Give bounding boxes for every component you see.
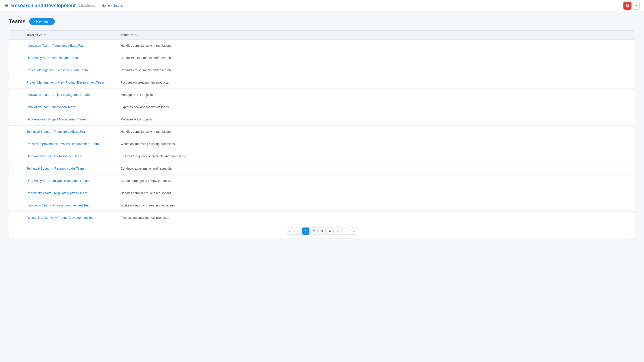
col-header-team-name: TEAM NAME ▿ [23,31,117,39]
row-actions-cell: ⋮ [9,212,23,224]
col-header-actions [9,31,23,39]
pagination-last[interactable]: »| [350,228,358,235]
row-description-text: Works on improving existing processes. [120,142,176,146]
row-description-cell: Explores new and innovative ideas. [117,101,635,113]
team-name-link[interactable]: Project Management - Research Labs Team [26,68,88,72]
row-actions-cell: ⋮ [9,175,23,187]
row-menu-button[interactable]: ⋮ [13,129,20,134]
team-name-link[interactable]: Innovation Team - Project Management Tea… [26,93,90,96]
row-actions-cell: ⋮ [9,39,23,52]
row-menu-button[interactable]: ⋮ [13,166,20,171]
row-team-name-cell: Technical Support - Regulatory Affairs T… [23,126,117,138]
row-actions-cell: ⋮ [9,76,23,89]
team-name-link[interactable]: Data Analysis - Project Management Team [26,117,86,121]
table-row: ⋮ Innovation Team - Project Management T… [9,89,635,101]
row-menu-button[interactable]: ⋮ [13,79,20,85]
table-row: ⋮ Project Management - New Product Devel… [9,76,635,89]
navbar: ☰ Research and Development OfficeSeries … [0,0,644,11]
filter-icon[interactable]: ▿ [44,33,46,37]
pagination-prev[interactable]: ‹ [294,228,302,235]
row-menu-button[interactable]: ⋮ [13,215,20,221]
row-description-cell: Works on improving existing processes. [117,138,635,150]
team-name-link[interactable]: Project Management - New Product Develop… [26,81,104,84]
app-subtitle: OfficeSeries [78,4,95,7]
pagination-next[interactable]: › [342,228,350,235]
row-description-text: Conducts experiments and research. [120,68,172,72]
row-actions-cell: ⋮ [9,52,23,64]
row-team-name-cell: Process Improvement - Process Improvemen… [23,138,117,150]
table-row: ⋮ Research Labs - New Product Developmen… [9,212,635,224]
table-row: ⋮ Data Analysis - Research Labs Team Con… [9,52,635,64]
col-header-description: DESCRIPTION [117,31,635,39]
row-menu-button[interactable]: ⋮ [13,178,20,184]
notification-button[interactable] [624,1,632,9]
table-row: ⋮ Data Analysis - Quality Assurance Team… [9,150,635,162]
page-title: Teams [9,18,26,24]
row-description-text: Creates prototypes of new products. [120,179,171,183]
table-body: ⋮ Innovation Team - Regulatory Affairs T… [9,39,635,224]
team-name-link[interactable]: Technical Support - Research Labs Team [26,167,84,170]
row-team-name-cell: Data Analysis - Research Labs Team [23,52,117,64]
team-name-link[interactable]: Regulatory Affairs - Regulatory Affairs … [26,191,87,195]
user-dropdown-button[interactable]: ▼ [633,1,640,9]
row-team-name-cell: Innovation Team - Regulatory Affairs Tea… [23,39,117,52]
row-description-cell: Conducts experiments and research. [117,52,635,64]
row-description-text: Manages R&D projects. [120,117,154,121]
row-team-name-cell: Regulatory Affairs - Regulatory Affairs … [23,187,117,199]
row-menu-button[interactable]: ⋮ [13,153,20,159]
row-description-cell: Handles compliance with regulations. [117,39,635,52]
team-name-link[interactable]: Data Analysis - Research Labs Team [26,56,78,60]
row-description-text: Focuses on creating new products. [120,81,169,84]
pagination-first[interactable]: « [286,228,294,235]
team-name-link[interactable]: Data Analysis - Prototype Development Te… [26,179,90,183]
team-name-link[interactable]: Research Labs - New Product Development … [26,216,96,219]
team-name-link[interactable]: Data Analysis - Quality Assurance Team [26,154,82,158]
row-menu-button[interactable]: ⋮ [13,104,20,110]
row-menu-button[interactable]: ⋮ [13,67,20,73]
row-actions-cell: ⋮ [9,162,23,175]
pagination: « ‹ 1 2 3 4 5 › »| [9,224,635,238]
row-description-text: Manages R&D projects. [120,93,154,96]
pagination-page-3[interactable]: 3 [318,228,326,235]
breadcrumb-current: Teams [114,4,123,7]
row-menu-button[interactable]: ⋮ [13,43,20,48]
page-header: Teams + New team [9,18,635,25]
row-actions-cell: ⋮ [9,101,23,113]
row-team-name-cell: Innovation Team - Project Management Tea… [23,89,117,101]
row-team-name-cell: Data Analysis - Quality Assurance Team [23,150,117,162]
row-description-cell: Manages R&D projects. [117,113,635,126]
row-menu-button[interactable]: ⋮ [13,190,20,196]
row-description-cell: Creates prototypes of new products. [117,175,635,187]
row-menu-button[interactable]: ⋮ [13,141,20,147]
row-actions-cell: ⋮ [9,89,23,101]
table-row: ⋮ Regulatory Affairs - Regulatory Affair… [9,187,635,199]
row-description-text: Explores new and innovative ideas. [120,105,170,109]
breadcrumb-home[interactable]: Home [102,4,110,7]
row-actions-cell: ⋮ [9,199,23,212]
table-row: ⋮ Technical Support - Regulatory Affairs… [9,126,635,138]
pagination-page-1[interactable]: 1 [302,228,310,235]
row-menu-button[interactable]: ⋮ [13,116,20,122]
row-description-cell: Manages R&D projects. [117,89,635,101]
row-description-cell: Focuses on creating new products. [117,76,635,89]
row-team-name-cell: Innovation Team - Innovation Team [23,101,117,113]
row-menu-button[interactable]: ⋮ [13,55,20,61]
row-team-name-cell: Innovation Team - Process Improvement Te… [23,199,117,212]
pagination-page-5[interactable]: 5 [334,228,342,235]
pagination-page-4[interactable]: 4 [326,228,334,235]
team-name-link[interactable]: Process Improvement - Process Improvemen… [26,142,99,146]
new-team-button[interactable]: + New team [29,18,55,25]
row-actions-cell: ⋮ [9,126,23,138]
table-row: ⋮ Innovation Team - Innovation Team Expl… [9,101,635,113]
row-description-text: Ensures the quality of products and proc… [120,154,186,158]
row-menu-button[interactable]: ⋮ [13,202,20,208]
team-name-link[interactable]: Innovation Team - Innovation Team [26,105,75,109]
row-menu-button[interactable]: ⋮ [13,92,20,98]
team-name-link[interactable]: Innovation Team - Process Improvement Te… [26,204,91,207]
row-description-text: Handles compliance with regulations. [120,44,172,47]
team-name-link[interactable]: Technical Support - Regulatory Affairs T… [26,130,88,133]
pagination-page-2[interactable]: 2 [310,228,318,235]
hamburger-menu-icon[interactable]: ☰ [4,3,8,8]
team-name-link[interactable]: Innovation Team - Regulatory Affairs Tea… [26,44,86,47]
row-team-name-cell: Technical Support - Research Labs Team [23,162,117,175]
